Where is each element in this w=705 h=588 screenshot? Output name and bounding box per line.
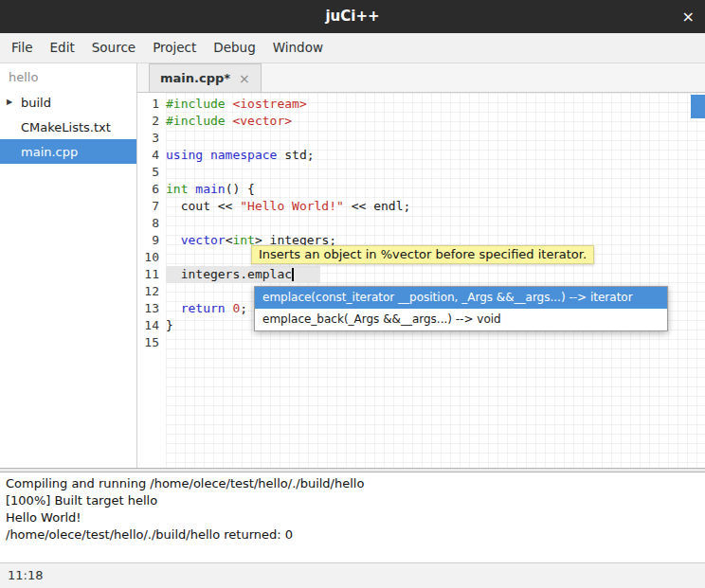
menu-item-edit[interactable]: Edit — [42, 33, 83, 62]
code-token — [203, 148, 210, 162]
line-number: 11 — [137, 266, 166, 283]
code-token: integers.emplac — [166, 267, 292, 281]
window-close-button[interactable]: × — [682, 0, 695, 33]
code-token: int — [166, 182, 188, 196]
menu-item-window[interactable]: Window — [264, 33, 332, 62]
code-line-text: cout << "Hello World!" << endl; — [166, 198, 410, 215]
line-number: 1 — [137, 96, 166, 113]
tabbar: main.cpp* × — [137, 63, 705, 93]
code-line-text: } — [166, 317, 173, 334]
code-editor[interactable]: 123456789101112131415 #include <iostream… — [137, 93, 705, 468]
code-token: <vector> — [232, 114, 292, 128]
tree-item-cmakelists-txt[interactable]: CMakeLists.txt — [0, 115, 136, 139]
tab-close-icon[interactable]: × — [239, 71, 250, 86]
code-token: #include — [166, 114, 226, 128]
main-area: hello ▶buildCMakeLists.txtmain.cpp main.… — [0, 63, 705, 468]
code-line[interactable] — [166, 130, 705, 147]
status-time: 11:18 — [8, 568, 43, 582]
menu-item-project[interactable]: Project — [144, 33, 205, 62]
code-token: () { — [226, 182, 255, 196]
file-browser-sidebar: hello ▶buildCMakeLists.txtmain.cpp — [0, 63, 137, 468]
code-token: #include — [166, 97, 226, 111]
line-number: 15 — [137, 334, 166, 351]
menu-item-source[interactable]: Source — [83, 33, 144, 62]
code-token: cout << — [166, 199, 240, 213]
tree-item-label: CMakeLists.txt — [21, 120, 111, 134]
doc-tooltip: Inserts an object in %vector before spec… — [251, 245, 594, 264]
text-cursor — [292, 268, 294, 281]
code-line-text: int main() { — [166, 181, 255, 198]
titlebar: juCi++ × — [0, 0, 705, 33]
line-number: 12 — [137, 283, 166, 300]
code-token: "Hello World!" — [240, 199, 344, 213]
menu-item-debug[interactable]: Debug — [205, 33, 263, 62]
menu-item-file[interactable]: File — [3, 33, 42, 62]
editor-pane: main.cpp* × 123456789101112131415 #inclu… — [137, 63, 705, 468]
tree-item-main-cpp[interactable]: main.cpp — [0, 139, 136, 164]
code-line[interactable]: #include <iostream> — [166, 96, 705, 113]
line-number: 8 — [137, 215, 166, 232]
line-number: 7 — [137, 198, 166, 215]
line-number: 14 — [137, 317, 166, 334]
statusbar: 11:18 — [0, 562, 705, 588]
completion-item[interactable]: emplace_back(_Args &&__args...) --> void — [255, 309, 667, 330]
output-line: [100%] Built target hello — [6, 492, 699, 509]
doc-tooltip-text: Inserts an object in %vector before spec… — [259, 247, 587, 261]
line-number: 5 — [137, 164, 166, 181]
tab-label: main.cpp* — [160, 71, 230, 85]
code-line[interactable]: using namespace std; — [166, 147, 705, 164]
code-line[interactable]: cout << "Hello World!" << endl; — [166, 198, 705, 215]
output-line: Hello World! — [6, 509, 699, 526]
window-title: juCi++ — [0, 0, 705, 33]
code-line[interactable]: #include <vector> — [166, 113, 705, 130]
menubar: FileEditSourceProjectDebugWindow — [0, 33, 705, 63]
code-token: vector — [181, 233, 226, 247]
output-line: /home/olece/test/hello/./build/hello ret… — [6, 526, 699, 543]
code-lines[interactable]: #include <iostream>#include <vector>usin… — [166, 93, 705, 468]
code-line-text: integers.emplac — [166, 266, 320, 283]
code-line-text: return 0; — [166, 300, 247, 317]
line-number: 13 — [137, 300, 166, 317]
scrollbar-thumb[interactable] — [691, 95, 705, 118]
line-number-gutter: 123456789101112131415 — [137, 93, 166, 468]
code-line-text: #include <iostream> — [166, 96, 307, 113]
code-token: <iostream> — [232, 97, 306, 111]
code-token: namespace — [210, 148, 277, 162]
code-token: } — [166, 318, 173, 332]
code-token: std; — [277, 148, 314, 162]
line-number: 10 — [137, 249, 166, 266]
code-line[interactable] — [166, 215, 705, 232]
code-token — [166, 301, 181, 315]
code-line[interactable] — [166, 334, 705, 351]
completion-item[interactable]: emplace(const_iterator __position, _Args… — [255, 287, 667, 309]
expander-icon[interactable]: ▶ — [7, 98, 12, 106]
code-token: return — [181, 301, 226, 315]
project-name: hello — [0, 63, 136, 90]
code-token: ; — [240, 301, 247, 315]
line-number: 4 — [137, 147, 166, 164]
completion-popup: emplace(const_iterator __position, _Args… — [254, 286, 668, 331]
code-line-text: using namespace std; — [166, 147, 315, 164]
code-token: main — [195, 182, 225, 196]
tree-item-label: main.cpp — [21, 145, 78, 159]
tree-item-build[interactable]: ▶build — [0, 90, 136, 115]
line-number: 6 — [137, 181, 166, 198]
output-panel[interactable]: Compiling and running /home/olece/test/h… — [0, 472, 705, 562]
line-number: 2 — [137, 113, 166, 130]
output-line: Compiling and running /home/olece/test/h… — [6, 475, 699, 492]
code-line[interactable]: int main() { — [166, 181, 705, 198]
code-token — [166, 233, 181, 247]
code-line[interactable]: integers.emplac — [166, 266, 705, 283]
code-line[interactable] — [166, 164, 705, 181]
tab-main-cpp[interactable]: main.cpp* × — [149, 63, 262, 92]
line-number: 3 — [137, 130, 166, 147]
code-token: using — [166, 148, 203, 162]
line-number: 9 — [137, 232, 166, 249]
tree-item-label: build — [21, 96, 51, 110]
editor-scrollbar[interactable] — [691, 93, 705, 468]
code-line-text: #include <vector> — [166, 113, 292, 130]
file-tree: ▶buildCMakeLists.txtmain.cpp — [0, 90, 136, 164]
code-token: << endl; — [344, 199, 410, 213]
